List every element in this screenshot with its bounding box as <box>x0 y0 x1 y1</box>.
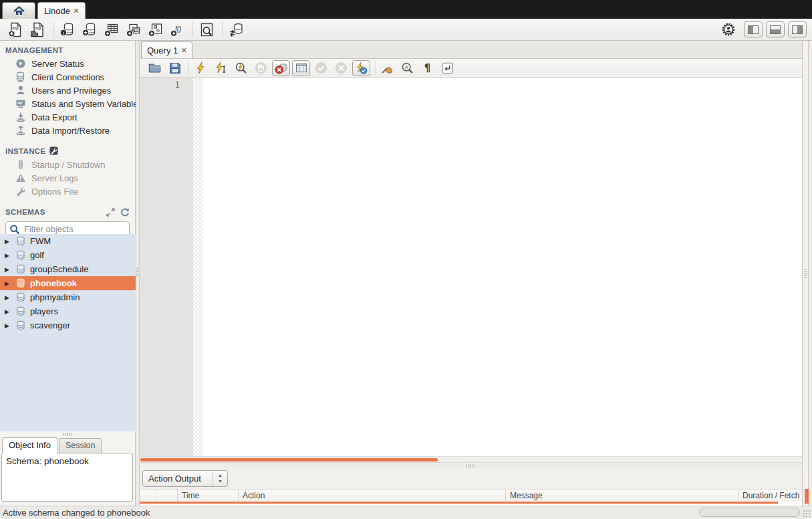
preferences-gear-user-icon[interactable] <box>718 20 738 39</box>
open-script-button[interactable] <box>146 60 164 76</box>
execute-current-statement-button[interactable] <box>212 60 230 76</box>
right-splitter[interactable] <box>802 41 809 506</box>
column-header-blank-1[interactable] <box>140 490 156 502</box>
explain-plan-button[interactable] <box>232 60 250 76</box>
schema-row-groupschedule[interactable]: ▶ groupSchedule <box>0 262 136 276</box>
schema-row-fwm[interactable]: ▶ FWM <box>0 234 136 248</box>
toolbar-separator <box>53 22 53 37</box>
database-plus-icon <box>82 22 97 37</box>
sidebar-item-server-status[interactable]: Server Status <box>0 57 135 70</box>
window-resize-grip[interactable] <box>803 510 811 518</box>
expand-panel-icon[interactable] <box>106 208 115 217</box>
schema-row-golf[interactable]: ▶ golf <box>0 248 136 262</box>
close-icon[interactable]: × <box>181 45 186 55</box>
chevron-right-icon[interactable]: ▶ <box>5 252 11 259</box>
create-procedure-button[interactable] <box>145 20 165 39</box>
sidebar-item-client-connections[interactable]: Client Connections <box>0 70 135 84</box>
create-schema-button[interactable] <box>79 20 99 39</box>
editor-output-splitter[interactable] <box>140 462 802 468</box>
svg-text:SQL: SQL <box>12 26 20 30</box>
toggle-stop-on-error-button[interactable] <box>272 60 290 76</box>
commit-button[interactable] <box>312 60 330 76</box>
column-header-message[interactable]: Message <box>506 490 738 502</box>
navigator-sidebar: MANAGEMENT Server Status Client Connecti… <box>0 41 136 506</box>
chevron-right-icon[interactable]: ▶ <box>5 294 11 301</box>
rollback-button[interactable] <box>332 60 350 76</box>
status-scrollbar-thumb[interactable] <box>699 508 800 517</box>
sql-editor-surface[interactable] <box>203 78 802 456</box>
output-view-selector[interactable]: Action Output ▲ ▼ <box>142 470 228 487</box>
reconnect-dbms-button[interactable] <box>226 20 246 39</box>
sidebar-bottom-splitter[interactable] <box>0 432 136 437</box>
right-panel-icon <box>792 25 803 34</box>
sidebar-item-users-privileges[interactable]: Users and Privileges <box>0 84 135 97</box>
status-bar: Active schema changed to phonebook <box>0 506 812 519</box>
sidebar-item-server-logs[interactable]: Server Logs <box>0 171 135 185</box>
search-icon <box>9 224 20 235</box>
output-vertical-scrollbar[interactable] <box>805 489 809 504</box>
tab-query-1[interactable]: Query 1 × <box>141 41 192 58</box>
toggle-invisible-characters-button[interactable]: ¶ <box>418 60 436 76</box>
schema-row-phpmyadmin[interactable]: ▶ phpmyadmin <box>0 290 136 304</box>
chevron-right-icon[interactable]: ▶ <box>5 266 11 273</box>
toggle-word-wrap-button[interactable] <box>438 60 456 76</box>
sidebar-item-data-import[interactable]: Data Import/Restore <box>0 124 135 137</box>
inspect-database-button[interactable]: i <box>57 20 77 39</box>
column-header-action[interactable]: Action <box>239 490 506 502</box>
monitor-chart-icon <box>15 98 26 109</box>
open-sql-script-icon: SQL <box>30 22 45 37</box>
toggle-right-sidebar-button[interactable] <box>788 21 807 37</box>
chevron-right-icon[interactable]: ▶ <box>5 308 11 315</box>
home-tab[interactable] <box>2 2 35 19</box>
column-header-blank-2[interactable] <box>156 490 178 502</box>
sidebar-item-options-file[interactable]: Options File <box>0 185 135 198</box>
schema-row-scavenger[interactable]: ▶ scavenger <box>0 318 136 332</box>
column-header-duration-fetch[interactable]: Duration / Fetch <box>738 490 802 502</box>
splitter-grip[interactable] <box>63 433 72 436</box>
search-table-data-button[interactable] <box>196 20 217 39</box>
spinner-arrows-icon[interactable]: ▲ ▼ <box>213 471 227 486</box>
splitter-grip[interactable] <box>136 267 139 276</box>
toggle-left-sidebar-button[interactable] <box>744 21 763 37</box>
splitter-grip[interactable] <box>466 464 475 468</box>
schema-row-players[interactable]: ▶ players <box>0 304 136 318</box>
stop-query-button[interactable] <box>252 60 270 76</box>
close-icon[interactable]: × <box>74 6 79 15</box>
user-icon <box>15 85 26 96</box>
chevron-right-icon[interactable]: ▶ <box>5 280 11 287</box>
create-table-button[interactable] <box>101 20 121 39</box>
traffic-light-icon <box>15 159 26 170</box>
instance-section-header: INSTANCE <box>5 146 130 155</box>
sidebar-item-data-export[interactable]: Data Export <box>0 110 135 124</box>
find-button[interactable]: A <box>398 60 416 76</box>
beautify-script-button[interactable] <box>378 60 396 76</box>
limit-grid-icon <box>295 62 308 74</box>
connection-tab-linode[interactable]: Linode × <box>37 2 86 19</box>
toggle-autocommit-button[interactable] <box>352 60 370 76</box>
editor-horizontal-scrollbar[interactable] <box>140 456 802 462</box>
chevron-right-icon[interactable]: ▶ <box>5 322 11 329</box>
find-magnifier-icon: A <box>401 62 414 75</box>
open-sql-script-button[interactable]: SQL <box>27 20 47 39</box>
create-view-button[interactable] <box>123 20 143 39</box>
execute-button[interactable] <box>192 60 210 76</box>
toggle-bottom-panel-button[interactable] <box>766 21 785 37</box>
new-sql-tab-button[interactable]: SQL <box>5 20 25 39</box>
toggle-limit-rows-button[interactable] <box>292 60 310 76</box>
schema-row-phonebook[interactable]: ▶ phonebook <box>0 276 136 290</box>
tab-object-info[interactable]: Object Info <box>2 437 57 453</box>
refresh-schemas-icon[interactable] <box>120 207 130 217</box>
save-script-button[interactable] <box>166 60 184 76</box>
connections-icon <box>15 72 26 82</box>
sidebar-item-startup-shutdown[interactable]: Startup / Shutdown <box>0 158 135 171</box>
chevron-right-icon[interactable]: ▶ <box>5 238 11 245</box>
column-header-time[interactable]: Time <box>178 490 239 502</box>
tab-session[interactable]: Session <box>59 438 102 453</box>
splitter-grip[interactable] <box>804 269 807 278</box>
scrollbar-thumb[interactable] <box>140 458 438 461</box>
sidebar-item-status-system-variables[interactable]: Status and System Variables <box>0 97 135 110</box>
search-document-icon <box>199 22 215 37</box>
schemas-section-header: SCHEMAS <box>5 207 135 217</box>
folder-icon <box>148 62 162 75</box>
create-function-button[interactable]: f() <box>167 20 187 39</box>
